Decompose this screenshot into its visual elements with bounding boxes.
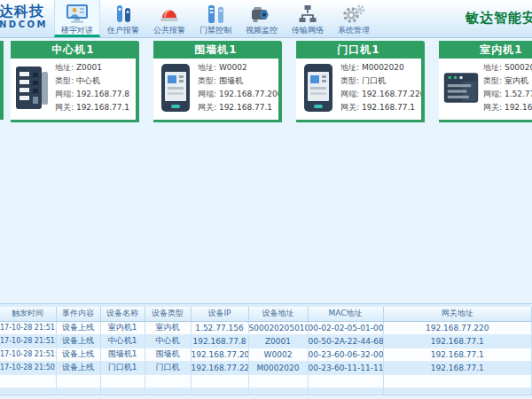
- device-card-title: 中心机1: [11, 41, 136, 59]
- event-log-panel: 触发时间 事件内容 设备名称 设备类型 设备IP 设备地址 MAC地址 网关地: [0, 303, 532, 399]
- field-value: 192.168.77.220: [505, 103, 532, 112]
- field-label: 网端:: [55, 90, 74, 98]
- device-card-indoor-machine[interactable]: 室内机1 地址: S00020205010 类型: 室内机: [439, 41, 532, 122]
- cell-gateway-address: 192.168.77.1: [383, 348, 532, 361]
- table-header-row: 触发时间 事件内容 设备名称 设备类型 设备IP 设备地址 MAC地址 网关地: [0, 307, 532, 321]
- main-nav: 楼宇对讲 住户报警 公共报警: [54, 0, 377, 37]
- cell-event: 设备上线: [56, 321, 100, 334]
- nav-item-system-management[interactable]: 系统管理: [331, 0, 377, 37]
- brand-title: 敏达智能安: [466, 10, 532, 27]
- field-label: 类型:: [340, 76, 359, 85]
- table-row[interactable]: 17-10-28 21:51:28 设备上线 中心机1 中心机 192.168.…: [0, 334, 532, 348]
- field-value: S00020205010: [505, 63, 532, 72]
- nav-label: 住户报警: [100, 25, 146, 35]
- device-field: 网端: 192.168.77.220: [340, 88, 421, 101]
- nav-label: 视频监控: [239, 25, 285, 35]
- cell-gateway-address: 192.168.77.220: [383, 321, 532, 334]
- field-label: 类型:: [483, 76, 502, 85]
- table-row[interactable]: 17-10-28 21:51:40 设备上线 室内机1 室内机 1.52.77.…: [0, 321, 532, 334]
- table-row-empty: [0, 387, 532, 395]
- column-header: 设备类型: [145, 307, 191, 321]
- column-header: 网关地址: [383, 307, 532, 321]
- cell-mac-address: 00-23-60-06-32-00: [308, 348, 383, 361]
- field-value: 192.168.77.200: [219, 90, 278, 98]
- resident-alarm-icon: [100, 3, 146, 25]
- column-header: 设备IP: [191, 307, 248, 321]
- center-machine-icon: [15, 64, 51, 112]
- cell-device-name: 围墙机1: [100, 348, 145, 361]
- cell-device-address: M0002020: [248, 361, 308, 374]
- field-value: 192.168.77.220: [362, 90, 421, 98]
- field-label: 类型:: [55, 76, 74, 85]
- event-table-scroll[interactable]: 触发时间 事件内容 设备名称 设备类型 设备IP 设备地址 MAC地址 网关地: [0, 307, 532, 395]
- access-control-icon: [192, 3, 239, 25]
- field-value: 中心机: [76, 76, 100, 85]
- logo-text-en: NDCOM: [0, 20, 51, 29]
- company-logo: 达科技 NDCOM: [0, 0, 51, 37]
- field-value: 门口机: [362, 76, 386, 85]
- field-value: Z0001: [76, 63, 102, 72]
- device-field: 地址: S00020205010: [483, 61, 532, 74]
- cell-device-type: 中心机: [145, 334, 191, 348]
- device-field: 类型: 室内机: [483, 74, 532, 88]
- nav-item-building-intercom[interactable]: 楼宇对讲: [54, 0, 100, 37]
- cell-trigger-time: 17-10-28 21:50:58: [0, 361, 56, 374]
- field-label: 网关:: [483, 103, 502, 112]
- device-field: 网端: 192.168.77.200: [198, 88, 278, 101]
- device-field: 网关: 192.168.77.220: [483, 101, 532, 114]
- cell-mac-address: 00-23-60-11-11-11: [308, 361, 383, 374]
- column-header: 触发时间: [0, 307, 56, 321]
- device-cards-row: 中心机1 地址: Z0001: [0, 38, 532, 122]
- nav-item-video-surveillance[interactable]: 视频监控: [239, 0, 285, 37]
- cell-device-ip: 192.168.77.200: [191, 348, 248, 361]
- field-value: 192.168.77.1: [219, 103, 272, 112]
- cut-card-edge: [0, 41, 4, 120]
- field-label: 网端:: [483, 90, 502, 98]
- table-row-empty: [0, 374, 532, 387]
- device-field: 网端: 1.52.77.156: [483, 88, 532, 101]
- nav-item-access-control[interactable]: 门禁控制: [192, 0, 239, 37]
- nav-label: 传输网络: [285, 25, 331, 35]
- field-label: 地址:: [483, 63, 502, 72]
- field-value: 围墙机: [219, 76, 243, 85]
- cell-device-ip: 1.52.77.156: [191, 321, 248, 334]
- field-label: 网关:: [198, 103, 216, 112]
- cell-device-name: 室内机1: [100, 321, 145, 334]
- device-field: 网关: 192.168.77.1: [340, 101, 421, 114]
- device-card-center-machine[interactable]: 中心机1 地址: Z0001: [11, 41, 139, 122]
- nav-label: 门禁控制: [192, 25, 239, 35]
- nav-label: 系统管理: [331, 25, 377, 35]
- device-card-title: 门口机1: [296, 41, 421, 59]
- field-label: 地址:: [198, 63, 216, 72]
- field-label: 类型:: [198, 76, 216, 85]
- cell-event: 设备上线: [56, 361, 100, 374]
- table-row[interactable]: 17-10-28 21:50:58 设备上线 门口机1 门口机 192.168.…: [0, 361, 532, 374]
- cell-device-address: Z0001: [248, 334, 308, 348]
- column-header: 设备名称: [100, 307, 145, 321]
- column-header: 事件内容: [56, 307, 100, 321]
- nav-item-public-alarm[interactable]: 公共报警: [146, 0, 192, 37]
- device-card-title: 室内机1: [439, 41, 532, 59]
- device-field: 网关: 192.168.77.1: [55, 101, 136, 114]
- cell-device-name: 中心机1: [100, 334, 145, 348]
- device-field: 类型: 门口机: [340, 74, 421, 88]
- nav-item-resident-alarm[interactable]: 住户报警: [100, 0, 146, 37]
- cell-device-type: 门口机: [145, 361, 191, 374]
- field-value: 1.52.77.156: [505, 90, 532, 98]
- nav-item-transmission-network[interactable]: 传输网络: [285, 0, 331, 37]
- cell-device-address: S00020205010: [248, 321, 308, 334]
- nav-label: 公共报警: [146, 25, 192, 35]
- cell-device-name: 门口机1: [100, 361, 145, 374]
- field-value: 192.168.77.1: [362, 103, 415, 112]
- device-card-wall-machine[interactable]: 围墙机1 地址: W0002 类型: 围墙机: [153, 41, 282, 122]
- door-machine-icon: [301, 63, 336, 113]
- device-field: 地址: Z0001: [55, 61, 136, 74]
- cell-event: 设备上线: [56, 348, 100, 361]
- table-bottom-edge: [0, 395, 532, 399]
- device-field: 网端: 192.168.77.8: [55, 88, 136, 101]
- workspace-area: [0, 122, 532, 303]
- table-row[interactable]: 17-10-28 21:51:16 设备上线 围墙机1 围墙机 192.168.…: [0, 348, 532, 361]
- cell-event: 设备上线: [56, 334, 100, 348]
- device-card-door-machine[interactable]: 门口机1 地址: M0002020 类型: 门口机: [296, 41, 425, 122]
- field-value: W0002: [219, 63, 247, 72]
